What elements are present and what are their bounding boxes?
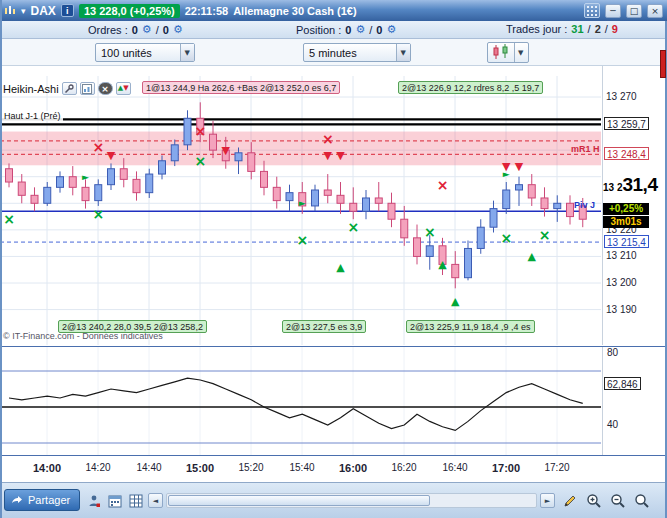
oscillator-chart[interactable] <box>0 347 667 455</box>
instrument-description: Allemagne 30 Cash (1€) <box>233 5 357 17</box>
time-axis-label: 15:40 <box>284 462 320 473</box>
sell-order-settings-icon[interactable]: ⚙ <box>173 23 183 36</box>
info-icon[interactable]: i <box>61 4 74 17</box>
candle-body <box>477 227 484 248</box>
units-select-value: 100 unités <box>101 47 152 59</box>
time-axis[interactable]: 14:0014:2014:4015:0015:2015:4016:0016:20… <box>0 456 667 482</box>
price-axis-label: 13 190 <box>606 303 637 316</box>
order-chip[interactable]: 2@13 225,9 11,9 18,4 ,9 ,4 es <box>406 320 535 333</box>
buy-sell-arrows-icon[interactable]: ▲ ▼ <box>116 82 131 95</box>
current-price-prefix: 13 2 <box>603 182 622 193</box>
zoom-reset-icon[interactable] <box>632 491 651 510</box>
units-select[interactable]: 100 unités ▼ <box>95 43 195 62</box>
indicator-axis-label: 40 <box>607 418 618 431</box>
minimize-button[interactable]: ─ <box>605 4 621 18</box>
zoom-in-icon[interactable] <box>584 491 603 510</box>
share-button[interactable]: Partager <box>4 489 80 511</box>
study-label: Heikin-Ashi <box>3 83 59 95</box>
scroll-left-button[interactable]: ◄ <box>148 493 163 508</box>
candlestick-chart[interactable]: ×►××▼××▼►××▼▼▲×××▲▲▼▼►×▲× <box>0 66 667 345</box>
maximize-button[interactable]: □ <box>626 4 642 18</box>
sell-arrow-marker: ▼ <box>324 149 333 162</box>
green-x-marker: × <box>296 232 308 248</box>
close-study-icon[interactable]: × <box>98 82 113 95</box>
sell-arrow-icon: ▼ <box>123 85 128 92</box>
indicator-panel[interactable]: 8062,84640 <box>0 346 667 456</box>
green-x-marker: × <box>424 224 436 240</box>
price-axis-label: 13 270 <box>606 90 637 103</box>
sell-arrow-marker: ▼ <box>336 149 345 162</box>
instrument-dropdown-caret[interactable]: ▾ <box>21 6 26 16</box>
apps-grid-icon[interactable] <box>584 3 600 18</box>
candle-body <box>528 185 535 198</box>
bottom-toolbar: Partager ◄ ► <box>0 482 667 518</box>
scroll-right-button[interactable]: ► <box>540 493 555 508</box>
panel-handle[interactable] <box>660 50 666 78</box>
main-chart[interactable]: ×►××▼××▼►××▼▼▲×××▲▲▼▼►×▲× Heikin-Ashi × … <box>0 66 667 345</box>
user-icon[interactable] <box>84 491 103 510</box>
entry-marker: ► <box>299 198 306 208</box>
scrollbar-thumb[interactable] <box>168 495 430 506</box>
study-toolbar: Heikin-Ashi × ▲ ▼ <box>3 81 131 96</box>
window-border-left <box>0 0 2 518</box>
panel-icon[interactable] <box>80 82 95 95</box>
draw-tool-icon[interactable] <box>560 491 579 510</box>
calendar-icon[interactable] <box>105 491 124 510</box>
orders-bar: Ordres : 0 ⚙ / 0 ⚙ Position : 0 ⚙ / 0 ⚙ … <box>0 21 667 39</box>
red-x-marker: × <box>437 177 449 193</box>
current-price-big: 31,4 <box>622 174 657 195</box>
position-buy-count: 0 <box>345 24 351 36</box>
buy-arrow-marker: ▲ <box>336 261 345 274</box>
price-axis-label: 13 210 <box>606 249 637 262</box>
position-sell-settings-icon[interactable]: ⚙ <box>386 23 396 36</box>
candle-body <box>363 198 370 211</box>
candle-body <box>337 195 344 203</box>
timeframe-select[interactable]: 5 minutes ▼ <box>303 43 411 62</box>
change-percent-label: +0,25% <box>603 203 649 215</box>
price-info-chip[interactable]: 1@13 244,9 Ha 262,6 +Bas 2@13 252,0 es 6… <box>142 81 340 94</box>
chevron-down-icon: ▼ <box>396 44 410 61</box>
candle-body <box>69 177 76 188</box>
orders-info-chip[interactable]: 2@13 226,9 12,2 rdres 8,2 ,5 19,7 <box>398 81 543 94</box>
position-buy-settings-icon[interactable]: ⚙ <box>355 23 365 36</box>
order-chip[interactable]: 2@13 240,2 28,0 39,5 2@13 258,2 <box>58 320 207 333</box>
candle-body <box>18 182 25 195</box>
green-x-marker: × <box>539 227 551 243</box>
candle-body <box>133 179 140 192</box>
time-axis-label: 17:00 <box>488 462 524 474</box>
control-bar: 100 unités ▼ 5 minutes ▼ ▼ <box>0 39 667 66</box>
table-icon[interactable] <box>126 491 145 510</box>
price-badge: 13 228,0 (+0,25%) <box>79 4 180 18</box>
instrument-name[interactable]: DAX <box>31 4 56 18</box>
sell-arrow-marker: ▼ <box>222 144 231 157</box>
time-axis-label: 16:00 <box>335 462 371 474</box>
candle-body <box>159 161 166 174</box>
chevron-down-icon[interactable]: ▼ <box>514 43 526 62</box>
chart-style-button[interactable]: ▼ <box>487 42 529 63</box>
candle-body <box>273 187 280 200</box>
close-button[interactable]: × <box>647 4 663 18</box>
chart-scrollbar[interactable] <box>166 493 537 508</box>
sell-arrow-marker: ▼ <box>107 149 116 162</box>
candle-body <box>6 169 13 182</box>
zoom-out-icon[interactable] <box>608 491 627 510</box>
candle-body <box>567 203 574 216</box>
current-price-label: 13 231,4 <box>603 174 657 196</box>
position-label: Position : <box>296 24 341 36</box>
trades-label: Trades jour : <box>506 23 567 35</box>
instrument-icon <box>4 4 16 18</box>
candle-body <box>146 174 153 193</box>
green-x-marker: × <box>3 211 15 227</box>
indicator-axis[interactable]: 8062,84640 <box>602 347 666 455</box>
wrench-icon[interactable] <box>62 82 77 95</box>
trades-loss-count: 9 <box>612 23 618 35</box>
share-icon <box>11 493 23 507</box>
buy-order-settings-icon[interactable]: ⚙ <box>142 23 152 36</box>
order-chip[interactable]: 2@13 227,5 es 3,9 <box>282 320 366 333</box>
chevron-down-icon: ▼ <box>180 44 194 61</box>
orders-buy-count: 0 <box>132 24 138 36</box>
buy-arrow-marker: ▲ <box>438 258 447 271</box>
trades-win-count: 31 <box>571 23 583 35</box>
buy-arrow-marker: ▲ <box>528 250 537 263</box>
green-x-marker: × <box>92 206 104 222</box>
